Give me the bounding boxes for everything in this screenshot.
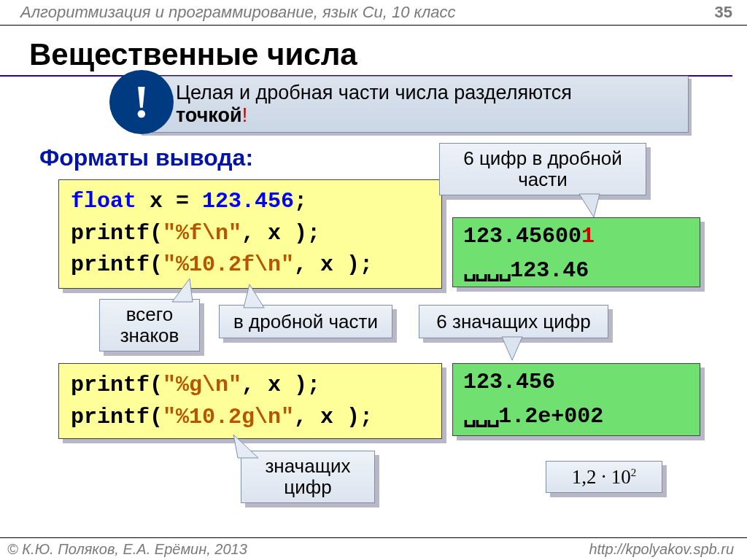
exclamation-icon: ! [109, 70, 174, 134]
page-title: Вещественные числа [0, 26, 732, 77]
slide-footer: © К.Ю. Поляков, Е.А. Ерёмин, 2013 http:/… [0, 537, 747, 558]
callout-pointer-icon [169, 279, 196, 303]
slide-header: Алгоритмизация и программирование, язык … [0, 0, 747, 26]
svg-marker-1 [172, 279, 193, 302]
page-number: 35 [715, 3, 732, 22]
svg-marker-4 [233, 435, 258, 458]
breadcrumb: Алгоритмизация и программирование, язык … [20, 3, 456, 22]
callout-pointer-icon [499, 335, 525, 362]
svg-marker-0 [579, 194, 600, 217]
sci-notation-text: 1,2 · 102 [572, 466, 637, 489]
svg-marker-2 [244, 284, 264, 308]
info-text: Целая и дробная части числа разделяются … [176, 82, 572, 127]
footer-url: http://kpolyakov.spb.ru [589, 541, 734, 558]
copyright: © К.Ю. Поляков, Е.А. Ерёмин, 2013 [7, 541, 247, 558]
callout-pointer-icon [578, 192, 604, 219]
section-heading: Форматы вывода: [39, 144, 253, 171]
svg-marker-3 [502, 337, 522, 360]
callout-pointer-icon [241, 284, 267, 309]
callout-pointer-icon [232, 433, 261, 459]
